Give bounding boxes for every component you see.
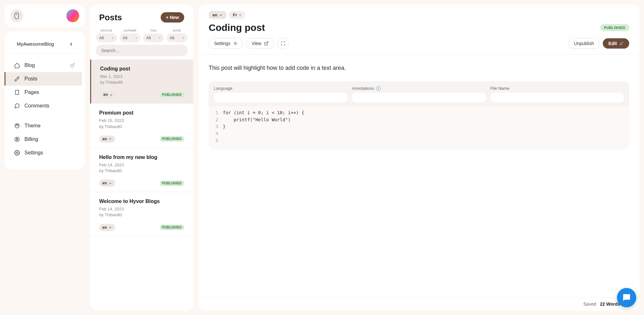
filter-author-label: AUTHOR [119, 29, 140, 32]
filter-date[interactable]: All▾ [166, 33, 187, 42]
settings-button[interactable]: Settings [209, 38, 243, 49]
expand-icon [281, 41, 285, 46]
comment-icon [14, 103, 20, 109]
code-block: Language Annotations i File Name [209, 81, 629, 149]
chevron-down-icon: ▾ [183, 36, 184, 40]
editor-panel: en Fr + Coding post PUBLISHED Settings [198, 5, 639, 310]
edit-button[interactable]: Edit [603, 38, 629, 49]
post-body-text: This post will highlight how to add code… [209, 64, 629, 72]
posts-title: Posts [99, 13, 122, 23]
post-list[interactable]: Coding postMar 1, 2023by Thibault0en PUB… [90, 60, 193, 310]
page-icon [14, 89, 20, 95]
svg-point-4 [16, 125, 16, 126]
lang-chip-fr[interactable]: Fr + [229, 11, 245, 19]
nav-label: Settings [24, 150, 43, 156]
nav-posts[interactable]: Posts [5, 72, 82, 86]
post-item[interactable]: Coding postMar 1, 2023by Thibault0en PUB… [90, 60, 193, 104]
nav-label: Posts [24, 76, 37, 82]
filter-date-label: DATE [166, 29, 187, 32]
code-annotations-label: Annotations i [352, 86, 486, 91]
post-date: Feb 15, 2023 [99, 118, 184, 124]
code-filename-input[interactable] [490, 93, 624, 102]
nav-label: Billing [24, 136, 38, 142]
unpublish-button[interactable]: Unpublish [568, 38, 599, 49]
saved-status: Saved [583, 301, 596, 307]
line-number: 3 [214, 123, 223, 130]
post-title: Premium post [99, 110, 184, 116]
updown-icon: ▲▼ [70, 42, 73, 46]
code-annotations-input[interactable] [352, 93, 486, 102]
post-lang-pill: en [99, 135, 115, 143]
fullscreen-button[interactable] [277, 38, 289, 49]
post-status-badge: PUBLISHED [160, 136, 184, 142]
post-author: by Thibault0 [99, 212, 184, 218]
palette-icon [14, 123, 20, 129]
nav-label: Blog [24, 62, 35, 68]
nav-comments[interactable]: Comments [8, 99, 82, 113]
nav-theme[interactable]: Theme [8, 119, 82, 133]
nav-billing[interactable]: Billing [8, 133, 82, 146]
gear-icon [233, 41, 238, 46]
svg-point-8 [16, 152, 18, 154]
post-item[interactable]: Hello from my new blogFeb 14, 2023by Thi… [90, 148, 193, 192]
chevron-down-icon: ▾ [112, 36, 114, 40]
post-date: Feb 14, 2023 [99, 206, 184, 212]
code-text: for (int i = 0; i < 10; i++) { [223, 109, 304, 116]
nav-blog[interactable]: Blog [8, 59, 82, 72]
post-date: Mar 1, 2023 [100, 74, 184, 79]
post-status-badge: PUBLISHED [160, 181, 184, 186]
post-status-badge: PUBLISHED [160, 225, 184, 230]
posts-panel: Posts + New STATUS All▾ AUTHOR All▾ TAG … [90, 5, 193, 310]
post-item[interactable]: Welcome to Hyvor BlogsFeb 14, 2023by Thi… [90, 192, 193, 236]
post-lang-pill: en [100, 91, 116, 98]
post-title: Hello from my new blog [99, 154, 184, 160]
nav-label: Theme [24, 123, 41, 129]
app-logo[interactable] [10, 9, 23, 22]
editor-title: Coding post [209, 22, 265, 33]
post-author: by Thibault0 [100, 79, 184, 85]
account-bar [5, 5, 85, 27]
filter-tag-label: TAG [143, 29, 164, 32]
nav-pages[interactable]: Pages [8, 86, 82, 99]
svg-point-6 [18, 125, 18, 126]
svg-point-5 [17, 124, 17, 125]
external-link-icon [264, 41, 269, 46]
post-author: by Thibault0 [99, 124, 184, 130]
info-icon[interactable]: i [376, 86, 381, 91]
post-lang-pill: en [99, 180, 115, 187]
svg-point-9 [235, 43, 236, 44]
search-input[interactable] [96, 45, 187, 56]
line-number: 4 [214, 130, 223, 137]
post-author: by Thibault0 [99, 168, 184, 174]
post-title: Coding post [100, 66, 184, 72]
line-number: 5 [214, 137, 223, 144]
check-icon [219, 14, 223, 17]
publish-status-badge: PUBLISHED [600, 24, 629, 31]
filter-status-label: STATUS [96, 29, 117, 32]
code-area[interactable]: 1for (int i = 0; i < 10; i++) {2 printf(… [209, 106, 629, 149]
view-button[interactable]: View [246, 38, 274, 49]
code-language-input[interactable] [214, 93, 347, 102]
chat-button[interactable] [617, 288, 636, 307]
plus-icon: + [239, 13, 241, 17]
svg-rect-0 [15, 13, 19, 19]
filter-tag[interactable]: All▾ [143, 33, 164, 42]
blog-selector[interactable]: MyAwesomeBlog ▲▼ [11, 38, 79, 53]
post-lang-pill: en [99, 224, 115, 231]
line-number: 2 [214, 116, 223, 124]
pencil-icon [620, 42, 623, 45]
nav-settings[interactable]: Settings [8, 146, 82, 160]
post-title: Welcome to Hyvor Blogs [99, 199, 184, 204]
word-count: 22 Words [600, 301, 620, 307]
code-text: } [223, 123, 225, 130]
post-date: Feb 14, 2023 [99, 162, 184, 168]
lang-chip-en[interactable]: en [209, 11, 226, 19]
filter-author[interactable]: All▾ [119, 33, 140, 42]
code-text: printf("Hello World") [223, 116, 291, 124]
profile-avatar[interactable] [66, 9, 79, 22]
filter-status[interactable]: All▾ [96, 33, 117, 42]
post-item[interactable]: Premium postFeb 15, 2023by Thibault0en P… [90, 104, 193, 148]
pencil-icon [14, 76, 20, 82]
new-post-button[interactable]: + New [161, 12, 184, 23]
chevron-down-icon: ▾ [136, 36, 137, 40]
